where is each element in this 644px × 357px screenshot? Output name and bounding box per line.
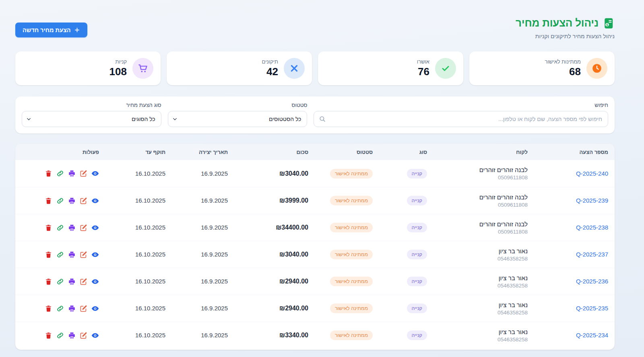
- column-header-type: סוג: [379, 149, 433, 155]
- view-button[interactable]: [91, 251, 99, 259]
- stat-card-approved: אושרו 76: [318, 51, 463, 85]
- valid-until-date: 16.10.2025: [135, 224, 165, 231]
- view-button[interactable]: [91, 278, 99, 285]
- delete-button[interactable]: [45, 305, 52, 312]
- stat-value: 76: [417, 66, 429, 78]
- actions-cell: [15, 224, 105, 232]
- valid-until-date: 16.10.2025: [135, 278, 165, 285]
- view-button[interactable]: [91, 305, 99, 312]
- link-button[interactable]: [56, 170, 64, 177]
- type-filter-select[interactable]: כל הסוגים: [22, 111, 161, 127]
- status-badge: ממתינה לאישור: [330, 250, 373, 259]
- edit-button[interactable]: [80, 251, 87, 259]
- type-badge: קנייה: [407, 330, 427, 340]
- status-filter-label: סטטוס: [168, 102, 308, 108]
- customer-cell: לבנה זוהרים זוהרים 0509611808: [433, 194, 534, 208]
- delete-button[interactable]: [45, 197, 52, 205]
- customer-phone: 0509611808: [440, 229, 528, 235]
- quote-number-link[interactable]: Q-2025-237: [576, 251, 608, 258]
- stat-value: 68: [545, 66, 581, 78]
- status-filter-select[interactable]: כל הסטטוסים: [168, 111, 308, 127]
- delete-button[interactable]: [45, 170, 52, 177]
- search-label: חיפוש: [314, 102, 608, 108]
- link-button[interactable]: [56, 197, 64, 205]
- link-button[interactable]: [56, 224, 64, 232]
- edit-button[interactable]: [80, 305, 87, 312]
- view-button[interactable]: [91, 170, 99, 177]
- valid-until-date: 16.10.2025: [135, 197, 165, 204]
- link-button[interactable]: [56, 332, 64, 339]
- column-header-quote-number: מספר הצעה: [534, 149, 615, 155]
- quote-number-link[interactable]: Q-2025-235: [576, 305, 608, 312]
- customer-cell: נאור בר ציון 0546358258: [433, 248, 534, 262]
- quote-number-link[interactable]: Q-2025-239: [576, 197, 608, 204]
- new-quote-button-label: הצעת מחיר חדשה: [23, 27, 71, 33]
- search-icon: [319, 115, 326, 123]
- created-date: 16.9.2025: [201, 197, 228, 204]
- valid-until-date: 16.10.2025: [135, 332, 165, 339]
- quote-number-link[interactable]: Q-2025-240: [576, 170, 608, 177]
- edit-button[interactable]: [80, 197, 87, 205]
- link-button[interactable]: [56, 305, 64, 312]
- edit-button[interactable]: [80, 224, 87, 232]
- type-filter-label: סוג הצעת מחיר: [22, 102, 161, 108]
- delete-button[interactable]: [45, 224, 52, 232]
- stat-label: קניות: [109, 59, 127, 65]
- link-button[interactable]: [56, 251, 64, 259]
- delete-button[interactable]: [45, 278, 52, 285]
- table-row: Q-2025-238 לבנה זוהרים זוהרים 0509611808…: [15, 214, 615, 241]
- search-input[interactable]: [314, 111, 608, 127]
- column-header-created-date: תאריך יצירה: [172, 149, 234, 155]
- stat-label: אושרו: [417, 59, 429, 65]
- delete-button[interactable]: [45, 251, 52, 259]
- print-button[interactable]: [68, 305, 76, 312]
- created-date: 16.9.2025: [201, 332, 228, 339]
- created-date: 16.9.2025: [201, 305, 228, 312]
- amount-value: ₪3040.00: [279, 251, 308, 258]
- view-button[interactable]: [91, 224, 99, 232]
- amount-value: ₪3040.00: [279, 170, 308, 177]
- column-header-valid-until: תוקף עד: [105, 149, 172, 155]
- type-badge: קנייה: [407, 196, 427, 205]
- type-badge: קנייה: [407, 223, 427, 232]
- actions-cell: [15, 278, 105, 285]
- edit-button[interactable]: [80, 278, 87, 285]
- print-button[interactable]: [68, 197, 76, 205]
- amount-value: ₪2940.00: [279, 278, 308, 285]
- customer-phone: 0509611808: [440, 174, 528, 181]
- edit-button[interactable]: [80, 170, 87, 177]
- customer-phone: 0546358258: [440, 336, 528, 343]
- status-badge: ממתינה לאישור: [330, 223, 373, 232]
- view-button[interactable]: [91, 197, 99, 205]
- link-button[interactable]: [56, 278, 64, 285]
- filters-panel: חיפוש סטטוס כל הסטטוסים: [15, 96, 615, 133]
- print-button[interactable]: [68, 170, 76, 177]
- view-button[interactable]: [91, 332, 99, 339]
- quote-number-link[interactable]: Q-2025-236: [576, 278, 608, 285]
- check-icon: [435, 58, 456, 79]
- print-button[interactable]: [68, 278, 76, 285]
- delete-button[interactable]: [45, 332, 52, 339]
- print-button[interactable]: [68, 332, 76, 339]
- stat-card-repairs: תיקונים 42: [167, 51, 312, 85]
- quote-number-link[interactable]: Q-2025-234: [576, 332, 608, 339]
- quotes-table: מספר הצעה לקוח סוג סטטוס סכום תאריך יציר…: [15, 144, 615, 350]
- customer-name: נאור בר ציון: [440, 275, 528, 281]
- customer-phone: 0546358258: [440, 256, 528, 262]
- page-subtitle: ניהול הצעות מחיר לתיקונים וקניות: [516, 33, 615, 39]
- print-button[interactable]: [68, 224, 76, 232]
- page-title: ניהול הצעות מחיר: [516, 17, 599, 29]
- actions-cell: [15, 197, 105, 205]
- column-header-customer: לקוח: [433, 149, 534, 155]
- actions-cell: [15, 170, 105, 177]
- amount-value: ₪3999.00: [279, 197, 308, 204]
- quote-number-link[interactable]: Q-2025-238: [576, 224, 608, 231]
- valid-until-date: 16.10.2025: [135, 305, 165, 312]
- customer-name: לבנה זוהרים זוהרים: [440, 221, 528, 228]
- new-quote-button[interactable]: הצעת מחיר חדשה: [15, 23, 87, 37]
- edit-button[interactable]: [80, 332, 87, 339]
- print-button[interactable]: [68, 251, 76, 259]
- status-badge: ממתינה לאישור: [330, 169, 373, 178]
- actions-cell: [15, 305, 105, 312]
- quotes-management-page: $ ניהול הצעות מחיר ניהול הצעות מחיר לתיק…: [0, 0, 644, 357]
